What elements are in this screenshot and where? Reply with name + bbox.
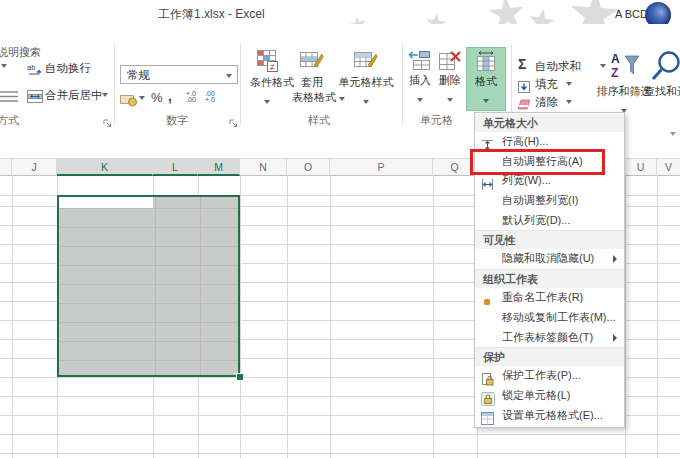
format-as-table-button[interactable]: 套用 表格格式 — [292, 48, 332, 110]
fill-handle[interactable] — [236, 373, 244, 381]
cells-group-label: 单元格 — [420, 113, 453, 128]
number-format-value: 常规 — [127, 69, 150, 81]
menu-item-工作表标签颜色T[interactable]: 工作表标签颜色(T) — [475, 328, 624, 348]
menu-item-label: 锁定单元格(L) — [502, 389, 570, 401]
number-format-select[interactable]: 常规 — [120, 65, 238, 84]
menu-item-label: 保护工作表(P)... — [502, 369, 581, 381]
menu-item-rename-sheet[interactable]: 重命名工作表(R) — [475, 288, 624, 308]
format-button[interactable]: 格式 — [466, 47, 506, 111]
svg-text:A: A — [611, 52, 620, 66]
column-header-P[interactable]: P — [330, 158, 433, 176]
format-icon — [467, 51, 505, 72]
column-header-N[interactable]: N — [240, 158, 287, 176]
submenu-arrow-icon — [613, 334, 617, 342]
excel-window: ★★★★★★ 工作簿1.xlsx - Excel A BCD 说明搜索 ab 自… — [0, 0, 680, 458]
wrap-text-button[interactable]: 自动换行 — [45, 61, 91, 76]
clear-icon — [517, 95, 531, 113]
highlight-box — [470, 149, 605, 175]
column-header-M[interactable]: M — [198, 158, 240, 176]
menu-item-label: 工作表标签颜色(T) — [502, 331, 593, 343]
column-header-K[interactable]: K — [57, 158, 153, 176]
selected-range[interactable] — [57, 195, 240, 377]
svg-text:Z: Z — [611, 66, 618, 80]
group-separator — [402, 44, 403, 124]
format-as-table-label2: 表格格式 — [292, 90, 332, 105]
chevron-down-icon[interactable] — [1, 64, 7, 68]
autosum-button[interactable]: 自动求和 — [535, 59, 581, 74]
menu-item-label: 设置单元格格式(E)... — [502, 409, 603, 421]
chevron-down-icon[interactable] — [102, 93, 108, 97]
increase-decimal-button[interactable]: +.0.00 — [186, 91, 196, 103]
menu-item-format-cells[interactable]: 设置单元格格式(E)... — [475, 406, 624, 426]
insert-cells-icon — [406, 50, 434, 71]
delete-cells-button[interactable]: 删除 — [436, 48, 464, 110]
chevron-down-icon — [226, 74, 232, 78]
comma-style-button[interactable]: , — [168, 88, 172, 104]
tell-me-search[interactable]: 说明搜索 — [0, 45, 41, 60]
menu-item-label: 隐藏和取消隐藏(U) — [502, 252, 594, 264]
chevron-down-icon — [363, 100, 369, 104]
cell-styles-button[interactable]: 单元格样式 — [336, 48, 396, 110]
increase-decimal-sub: .00 — [186, 96, 196, 103]
window-title: 工作簿1.xlsx - Excel — [158, 6, 265, 23]
column-header-U[interactable]: U — [625, 158, 657, 176]
clear-button[interactable]: 清除 — [535, 95, 558, 110]
format-cells-icon — [481, 409, 494, 429]
find-select-label: 查找和选择 — [644, 84, 680, 99]
column-header-partial[interactable] — [0, 158, 12, 176]
styles-group-label: 样式 — [308, 113, 330, 128]
submenu-arrow-icon — [613, 255, 617, 263]
formula-bar-expand-icon[interactable] — [670, 132, 676, 136]
fill-icon — [518, 77, 530, 95]
delete-cells-icon — [436, 50, 464, 71]
column-header-J[interactable]: J — [12, 158, 57, 176]
menu-item-自动调整列宽I[interactable]: 自动调整列宽(I) — [475, 191, 624, 211]
chevron-down-icon — [483, 99, 489, 103]
merge-center-button[interactable]: 合并后居中 — [45, 88, 103, 103]
menu-section-header: 单元格大小 — [475, 114, 624, 132]
menu-section-header: 保护 — [475, 347, 624, 366]
menu-item-移动或复制工作表M[interactable]: 移动或复制工作表(M)... — [475, 308, 624, 328]
decrease-decimal-button[interactable]: .00+.0 — [205, 91, 215, 103]
svg-text:≠: ≠ — [270, 62, 275, 72]
find-select-button[interactable]: 查找和选择 — [644, 48, 680, 110]
delete-label: 删除 — [436, 73, 464, 88]
group-separator — [114, 44, 115, 124]
group-separator — [240, 44, 241, 124]
account-name[interactable]: A BCD — [615, 8, 648, 20]
accounting-format-icon[interactable] — [120, 90, 138, 108]
alignment-group-label: 对齐方式 — [0, 113, 19, 128]
insert-cells-button[interactable]: 插入 — [406, 48, 434, 110]
conditional-formatting-icon: ≠ — [250, 50, 284, 73]
chevron-down-icon — [264, 100, 270, 104]
conditional-formatting-label: 条件格式 — [250, 75, 284, 90]
column-header-O[interactable]: O — [287, 158, 330, 176]
active-cell[interactable] — [59, 197, 153, 208]
insert-label: 插入 — [406, 73, 434, 88]
format-label: 格式 — [467, 74, 505, 89]
column-header-V[interactable]: V — [657, 158, 680, 176]
chevron-down-icon — [417, 98, 423, 102]
chevron-down-icon[interactable] — [566, 100, 572, 104]
menu-item-label: 重命名工作表(R) — [502, 291, 583, 303]
conditional-formatting-button[interactable]: ≠ 条件格式 — [250, 48, 284, 110]
menu-item-label: 行高(H)... — [502, 135, 548, 147]
menu-item-隐藏和取消隐藏U[interactable]: 隐藏和取消隐藏(U) — [475, 249, 624, 269]
chevron-down-icon[interactable] — [139, 96, 145, 100]
chevron-down-icon[interactable] — [566, 82, 572, 86]
menu-item-protect-sheet[interactable]: 保护工作表(P)... — [475, 366, 624, 386]
fill-button[interactable]: 填充 — [535, 77, 558, 92]
svg-text:ab: ab — [27, 63, 35, 72]
cell-styles-label: 单元格样式 — [336, 75, 396, 90]
menu-section-header: 可见性 — [475, 230, 624, 249]
menu-item-lock-cell[interactable]: 锁定单元格(L) — [475, 386, 624, 406]
merge-center-icon — [27, 87, 43, 105]
autosum-icon[interactable]: Σ — [518, 56, 526, 72]
format-as-table-icon — [292, 50, 332, 73]
percent-style-button[interactable]: % — [151, 90, 163, 105]
number-group-label: 数字 — [166, 113, 188, 128]
column-header-L[interactable]: L — [153, 158, 198, 176]
indent-icon[interactable] — [0, 87, 20, 105]
decrease-decimal-sub: +.0 — [205, 96, 215, 103]
menu-item-默认列宽D[interactable]: 默认列宽(D)... — [475, 211, 624, 231]
